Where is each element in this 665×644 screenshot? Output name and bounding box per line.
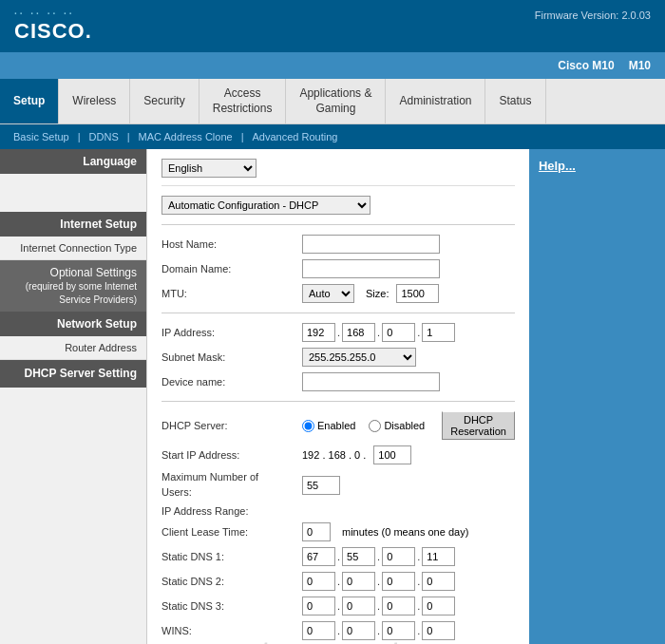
device-model: M10: [629, 59, 651, 72]
content-area: English Automatic Configuration - DHCP H…: [147, 149, 529, 644]
static-dns3-label: Static DNS 3:: [162, 600, 294, 612]
firmware-version: Firmware Version: 2.0.03: [535, 9, 651, 21]
domain-name-row: Domain Name:: [162, 259, 515, 278]
dns3-octet3[interactable]: [382, 597, 415, 616]
device-name-input[interactable]: [302, 372, 440, 391]
sidebar-dhcp-header: DHCP Server Setting: [0, 360, 146, 388]
sub-tab-mac-address-clone[interactable]: MAC Address Clone: [135, 129, 237, 144]
language-select[interactable]: English: [162, 159, 256, 178]
wins-fields: . . .: [302, 621, 455, 640]
host-name-label: Host Name:: [162, 238, 294, 250]
tab-security[interactable]: Security: [130, 79, 199, 123]
wins-octet3[interactable]: [382, 621, 415, 640]
start-ip-prefix: 192 . 168 . 0 .: [302, 449, 366, 461]
start-ip-last-input[interactable]: [373, 445, 411, 464]
sidebar-network-header: Network Setup: [0, 312, 146, 336]
dns2-octet1[interactable]: [302, 572, 335, 591]
tab-status[interactable]: Status: [485, 79, 545, 123]
dhcp-enabled-radio[interactable]: [302, 420, 314, 432]
host-name-input[interactable]: [302, 235, 440, 254]
static-dns1-label: Static DNS 1:: [162, 551, 294, 562]
mtu-size-input[interactable]: [396, 284, 439, 303]
dhcp-reservation-button[interactable]: DHCP Reservation: [442, 411, 515, 440]
mtu-row: MTU: Auto Manual Size:: [162, 284, 515, 303]
ip-range-label: IP Address Range:: [162, 505, 294, 517]
wins-label: WINS:: [162, 625, 294, 636]
tab-wireless[interactable]: Wireless: [59, 79, 130, 123]
wins-octet4[interactable]: [422, 621, 455, 640]
tab-setup[interactable]: Setup: [0, 79, 59, 123]
dns2-octet2[interactable]: [342, 572, 375, 591]
tab-administration[interactable]: Administration: [386, 79, 485, 123]
start-ip-row: Start IP Address: 192 . 168 . 0 .: [162, 445, 515, 464]
dns1-octet4[interactable]: [422, 547, 455, 566]
sub-nav: Basic Setup | DDNS | MAC Address Clone |…: [0, 124, 665, 149]
dns1-octet3[interactable]: [382, 547, 415, 566]
tab-access-restrictions[interactable]: AccessRestrictions: [200, 79, 287, 123]
sidebar-internet-connection-type[interactable]: Internet Connection Type: [0, 237, 146, 260]
dns2-octet3[interactable]: [382, 572, 415, 591]
device-name: Cisco M10: [558, 59, 614, 72]
sidebar-router-address[interactable]: Router Address: [0, 336, 146, 360]
mtu-label: MTU:: [162, 288, 294, 299]
connection-type-select[interactable]: Automatic Configuration - DHCP: [162, 196, 370, 215]
device-name-row: Device name:: [162, 372, 515, 391]
ip-octet4[interactable]: [422, 323, 455, 342]
sub-tab-basic-setup[interactable]: Basic Setup: [10, 129, 73, 144]
domain-name-label: Domain Name:: [162, 263, 294, 275]
ip-address-label: IP Address:: [162, 327, 294, 338]
dns3-octet1[interactable]: [302, 597, 335, 616]
subnet-mask-row: Subnet Mask: 255.255.255.0: [162, 348, 515, 367]
dns3-octet2[interactable]: [342, 597, 375, 616]
device-bar: Cisco M10 M10: [0, 52, 665, 79]
start-ip-label: Start IP Address:: [162, 449, 294, 461]
tab-applications-gaming[interactable]: Applications &Gaming: [286, 79, 386, 123]
help-panel: Help...: [529, 149, 665, 644]
help-link[interactable]: Help...: [539, 159, 576, 173]
max-users-row: Maximum Number ofUsers:: [162, 470, 515, 500]
dhcp-disabled-label[interactable]: Disabled: [369, 420, 425, 432]
main-layout: Language Internet Setup Internet Connect…: [0, 149, 665, 644]
max-users-input[interactable]: [302, 476, 340, 495]
host-name-row: Host Name:: [162, 235, 515, 254]
sub-tab-ddns[interactable]: DDNS: [86, 129, 123, 144]
cisco-logo: ·· ·· ·· ·· CISCO.: [14, 9, 92, 44]
dns1-octet1[interactable]: [302, 547, 335, 566]
ip-address-fields: . . .: [302, 323, 455, 342]
ip-octet1[interactable]: [302, 323, 335, 342]
dns1-fields: . . .: [302, 547, 455, 566]
ip-range-row: IP Address Range:: [162, 505, 515, 517]
mtu-select[interactable]: Auto Manual: [302, 284, 354, 303]
domain-name-input[interactable]: [302, 259, 440, 278]
ip-octet3[interactable]: [382, 323, 415, 342]
subnet-mask-select[interactable]: 255.255.255.0: [302, 348, 416, 367]
nav-tabs: Setup Wireless Security AccessRestrictio…: [0, 79, 665, 124]
static-dns2-row: Static DNS 2: . . .: [162, 572, 515, 591]
static-dns1-row: Static DNS 1: . . .: [162, 547, 515, 566]
language-section: English: [162, 159, 515, 186]
wins-row: WINS: . . .: [162, 621, 515, 640]
client-lease-suffix: minutes (0 means one day): [342, 526, 468, 538]
max-users-label: Maximum Number ofUsers:: [162, 470, 294, 500]
sidebar: Language Internet Setup Internet Connect…: [0, 149, 147, 644]
dhcp-enabled-label[interactable]: Enabled: [302, 420, 355, 432]
subnet-mask-label: Subnet Mask:: [162, 351, 294, 363]
sidebar-internet-header: Internet Setup: [0, 212, 146, 237]
dns3-fields: . . .: [302, 597, 455, 616]
client-lease-label: Client Lease Time:: [162, 526, 294, 538]
ip-octet2[interactable]: [342, 323, 375, 342]
sidebar-optional-header: Optional Settings(required by some Inter…: [0, 260, 146, 312]
sub-tab-advanced-routing[interactable]: Advanced Routing: [249, 129, 342, 144]
connection-type-row: Automatic Configuration - DHCP: [162, 196, 515, 215]
wins-octet2[interactable]: [342, 621, 375, 640]
mtu-size-label: Size:: [366, 288, 389, 299]
dns3-octet4[interactable]: [422, 597, 455, 616]
static-dns2-label: Static DNS 2:: [162, 576, 294, 587]
top-header: ·· ·· ·· ·· CISCO. Firmware Version: 2.0…: [0, 0, 665, 52]
dhcp-disabled-radio[interactable]: [369, 420, 381, 432]
dns2-octet4[interactable]: [422, 572, 455, 591]
dns1-octet2[interactable]: [342, 547, 375, 566]
static-dns3-row: Static DNS 3: . . .: [162, 597, 515, 616]
client-lease-input[interactable]: [302, 522, 331, 541]
wins-octet1[interactable]: [302, 621, 335, 640]
